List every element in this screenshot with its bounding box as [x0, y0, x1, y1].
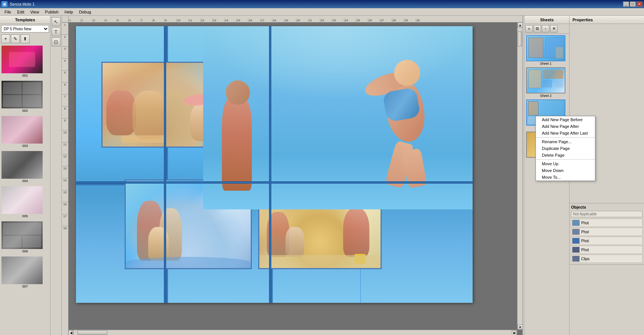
- objects-title: Objects: [571, 205, 643, 209]
- template-thumb-006: [1, 221, 43, 249]
- template-label-007: 007: [1, 284, 49, 289]
- context-duplicate[interactable]: Duplicate Page: [536, 145, 595, 152]
- sheet-preview-1: [526, 35, 565, 61]
- ruler-mark: 12: [200, 19, 212, 22]
- close-button[interactable]: ✕: [637, 1, 643, 7]
- ruler-v-mark: 18: [62, 226, 68, 238]
- canvas-main[interactable]: ▲ ▼ ◀ ▶: [68, 22, 522, 335]
- canvas-scrollbar-v[interactable]: ▲ ▼: [517, 22, 522, 330]
- add-sheet-button[interactable]: +: [525, 25, 533, 33]
- photo-obj-thumb-4: [572, 247, 580, 253]
- scrollbar-left-button[interactable]: ◀: [68, 330, 74, 335]
- photo-object-3[interactable]: Phot: [571, 237, 643, 245]
- edit-template-button[interactable]: ✎: [11, 34, 20, 43]
- text-tool[interactable]: T: [52, 27, 61, 36]
- ruler-mark: 21: [308, 19, 320, 22]
- context-add-after-last[interactable]: Add New Page After Last: [536, 130, 595, 136]
- import-template-button[interactable]: ⬆: [21, 34, 30, 43]
- template-list: 001 002 003: [0, 44, 50, 335]
- delete-sheet-button[interactable]: ✕: [550, 25, 558, 33]
- template-label-006: 006: [1, 249, 49, 253]
- crop-tool[interactable]: ⊡: [52, 37, 61, 46]
- ruler-v-mark: 16: [62, 202, 68, 214]
- menu-publish[interactable]: Publish: [42, 9, 61, 15]
- ruler-mark: 15: [236, 19, 248, 22]
- maximize-button[interactable]: □: [630, 1, 636, 7]
- photo-object-2[interactable]: Phot: [571, 228, 643, 236]
- photo-object-1[interactable]: Phot: [571, 219, 643, 227]
- photo-obj-label-1: Phot: [581, 221, 589, 225]
- ruler-mark: 13: [212, 19, 224, 22]
- move-up-sheet-button[interactable]: ↑: [542, 25, 549, 33]
- list-item[interactable]: 007: [1, 256, 49, 289]
- list-item[interactable]: 005: [1, 185, 49, 219]
- ruler-v-mark: 10: [62, 130, 68, 142]
- menu-file[interactable]: File: [1, 9, 14, 15]
- templates-toolbar: + ✎ ⬆: [0, 34, 50, 44]
- photo-obj-thumb-3: [572, 238, 580, 244]
- ruler-v-mark: 3: [62, 46, 68, 58]
- window-controls: _ □ ✕: [623, 1, 643, 7]
- photo-object-5[interactable]: Clips: [571, 255, 643, 263]
- ruler-mark: 28: [392, 19, 404, 22]
- ruler-v-mark: 17: [62, 214, 68, 226]
- add-template-button[interactable]: +: [1, 34, 10, 43]
- ruler-mark: 29: [404, 19, 416, 22]
- sheets-header: Sheets: [525, 16, 569, 24]
- menu-help[interactable]: Help: [61, 9, 76, 15]
- template-label-001: 001: [1, 73, 49, 78]
- template-thumb-007: [1, 256, 43, 284]
- duplicate-sheet-button[interactable]: ⧉: [534, 25, 541, 33]
- context-move-down[interactable]: Move Down: [536, 167, 595, 174]
- template-thumb-002: [1, 81, 43, 108]
- menu-edit[interactable]: Edit: [14, 9, 27, 15]
- menu-view[interactable]: View: [27, 9, 42, 15]
- list-item[interactable]: 002: [1, 80, 49, 114]
- menu-debug[interactable]: Debug: [76, 9, 94, 15]
- context-add-after[interactable]: Add New Page After: [536, 123, 595, 130]
- template-dropdown[interactable]: DP 5 Photo New: [1, 25, 49, 33]
- page-canvas[interactable]: [76, 26, 473, 303]
- ruler-v-mark: 2: [62, 34, 68, 46]
- navigate-tool[interactable]: ↖: [52, 17, 61, 26]
- ruler-mark: 14: [224, 19, 236, 22]
- scrollbar-thumb-h[interactable]: [77, 331, 107, 335]
- ruler-mark: 10: [176, 19, 188, 22]
- photo-object-4[interactable]: Phot: [571, 246, 643, 254]
- canvas-scrollbar-h[interactable]: ◀ ▶: [68, 330, 517, 335]
- ruler-mark: 5: [116, 19, 128, 22]
- ruler-mark: 22: [320, 19, 332, 22]
- sheets-title: Sheets: [540, 18, 553, 22]
- title-bar-left: ▣ Senza titolo 1: [1, 1, 35, 7]
- context-delete[interactable]: Delete Page: [536, 152, 595, 159]
- divider-2: [269, 26, 271, 303]
- list-item[interactable]: 004: [1, 150, 49, 184]
- list-item[interactable]: 001: [1, 45, 49, 79]
- context-rename[interactable]: Rename Page...: [536, 138, 595, 145]
- scrollbar-up-button[interactable]: ▲: [518, 22, 522, 28]
- context-add-before[interactable]: Add New Page Before: [536, 116, 595, 123]
- photo-obj-thumb-5: [572, 256, 580, 262]
- template-thumb-004: [1, 151, 43, 179]
- scrollbar-thumb-v[interactable]: [518, 31, 522, 46]
- context-move-up[interactable]: Move Up: [536, 160, 595, 167]
- minimize-button[interactable]: _: [623, 1, 629, 7]
- window-title: Senza titolo 1: [10, 2, 35, 6]
- list-item[interactable]: 006: [1, 221, 49, 254]
- sheet-thumb-2[interactable]: Sheet 2: [526, 67, 565, 98]
- scrollbar-right-button[interactable]: ▶: [512, 330, 517, 335]
- ruler-mark: 11: [188, 19, 200, 22]
- ruler-h-marks: 1 2 3 4 5 6 7 8 9 10 11 12 13 14 15 16 1…: [68, 19, 428, 22]
- context-move-to[interactable]: Move To...: [536, 174, 595, 181]
- scrollbar-down-button[interactable]: ▼: [518, 325, 522, 330]
- template-thumb-003: [1, 116, 43, 144]
- ruler-mark: 1: [68, 19, 80, 22]
- list-item[interactable]: 003: [1, 115, 49, 149]
- ruler-mark: 16: [248, 19, 260, 22]
- sheet-thumb-1[interactable]: Sheet 1: [526, 35, 565, 66]
- template-label-005: 005: [1, 214, 49, 218]
- sheet-label-2: Sheet 2: [526, 93, 565, 98]
- objects-section: Objects Not Applicable Phot Phot Phot Ph: [570, 203, 644, 265]
- ruler-v-mark: 11: [62, 142, 68, 154]
- menu-bar: File Edit View Publish Help Debug: [0, 8, 644, 16]
